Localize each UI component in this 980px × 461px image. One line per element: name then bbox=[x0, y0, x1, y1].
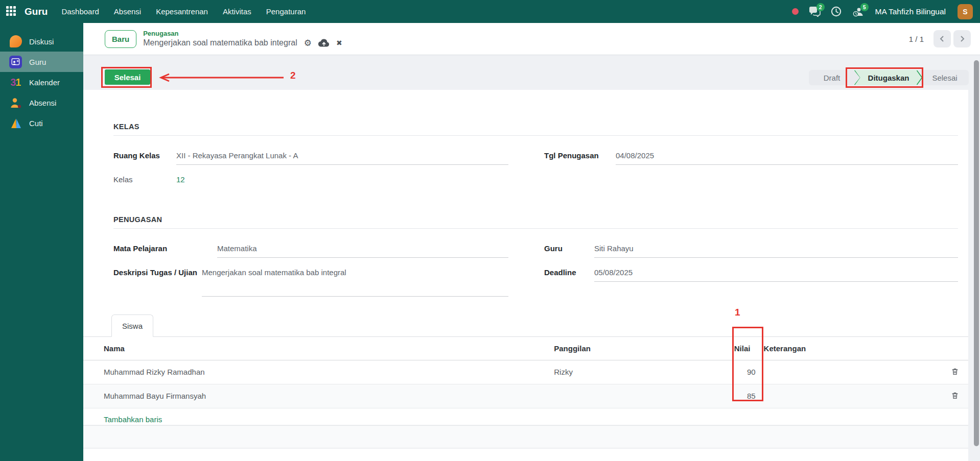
app-sidebar: Diskusi Guru 31 Kalender Absensi Cuti bbox=[0, 23, 83, 461]
pager-previous-button[interactable] bbox=[934, 30, 951, 47]
cell-nilai[interactable]: 90 bbox=[730, 360, 760, 384]
menu-dashboard[interactable]: Dashboard bbox=[61, 7, 99, 16]
delete-row-button[interactable] bbox=[950, 366, 960, 378]
cell-keterangan[interactable] bbox=[760, 384, 942, 408]
activity-icon[interactable]: 5 bbox=[852, 6, 865, 18]
chevron-left-icon bbox=[939, 35, 946, 42]
discard-close-icon[interactable]: ✖ bbox=[336, 39, 342, 46]
top-navbar: Guru Dashboard Absensi Kepesantrenan Akt… bbox=[0, 0, 980, 23]
column-header-nilai[interactable]: Nilai bbox=[730, 337, 760, 360]
form-action-band: Selesai Draft Ditugaskan Selesai bbox=[83, 55, 980, 90]
apps-grid-icon[interactable] bbox=[6, 6, 17, 17]
column-header-actions bbox=[941, 337, 968, 360]
diskusi-app-icon bbox=[9, 35, 22, 48]
cell-nama[interactable]: Muhammad Rizky Ramadhan bbox=[83, 360, 550, 384]
cell-nama[interactable]: Muhammad Bayu Firmansyah bbox=[83, 384, 550, 408]
statusbar: Draft Ditugaskan Selesai bbox=[809, 70, 969, 85]
sidebar-item-label: Diskusi bbox=[29, 37, 54, 46]
cuti-app-icon bbox=[9, 116, 22, 130]
field-guru: Guru Siti Rahayu bbox=[544, 240, 958, 262]
sidebar-item-label: Cuti bbox=[29, 119, 43, 128]
record-title: Mengerjakan soal matematika bab integral bbox=[143, 38, 297, 48]
table-row[interactable]: Muhammad Rizky Ramadhan Rizky 90 bbox=[83, 360, 968, 384]
odoo-guru-app-window: Guru Dashboard Absensi Kepesantrenan Akt… bbox=[0, 0, 980, 461]
column-header-nama[interactable]: Nama bbox=[83, 337, 550, 360]
user-avatar[interactable]: S bbox=[958, 4, 973, 19]
sidebar-item-absensi[interactable]: Absensi bbox=[0, 92, 83, 113]
ruang-kelas-input[interactable]: XII - Rekayasa Perangkat Lunak - A bbox=[176, 147, 508, 165]
mata-pelajaran-input[interactable]: Matematika bbox=[217, 240, 508, 258]
current-app-name[interactable]: Guru bbox=[25, 6, 48, 17]
tab-strip: Siswa bbox=[83, 311, 968, 337]
menu-aktivitas[interactable]: Aktivitas bbox=[223, 7, 251, 16]
menu-pengaturan[interactable]: Pengaturan bbox=[266, 7, 306, 16]
tgl-penugasan-input[interactable]: 04/08/2025 bbox=[616, 147, 958, 165]
chatter-strip bbox=[83, 425, 968, 448]
siswa-table: Nama Panggilan Nilai Keterangan Muhammad… bbox=[83, 337, 968, 431]
kalender-app-icon: 31 bbox=[9, 76, 22, 89]
status-draft[interactable]: Draft bbox=[810, 70, 854, 85]
status-ditugaskan-active[interactable]: Ditugaskan bbox=[854, 70, 923, 85]
section-divider bbox=[113, 135, 958, 136]
table-row[interactable]: Muhammad Bayu Firmansyah 85 bbox=[83, 384, 968, 408]
column-header-panggilan[interactable]: Panggilan bbox=[550, 337, 730, 360]
activity-badge: 5 bbox=[860, 3, 869, 11]
cloud-save-icon[interactable] bbox=[318, 39, 330, 47]
pager-next-button[interactable] bbox=[953, 30, 971, 47]
breadcrumb: Penugasan Mengerjakan soal matematika ba… bbox=[143, 30, 342, 48]
kelas-value-link[interactable]: 12 bbox=[176, 171, 185, 188]
form-sheet: KELAS Ruang Kelas XII - Rekayasa Perangk… bbox=[83, 90, 968, 425]
field-mata-pelajaran: Mata Pelajaran Matematika bbox=[113, 240, 508, 262]
field-label: Deskripsi Tugas / Ujian bbox=[113, 264, 202, 277]
absensi-app-icon bbox=[9, 96, 22, 110]
menu-absensi[interactable]: Absensi bbox=[114, 7, 141, 16]
deskripsi-textarea[interactable]: Mengerjakan soal matematika bab integral bbox=[202, 264, 508, 297]
notebook: Siswa Nama Panggilan Nilai Keterangan Mu… bbox=[83, 311, 968, 431]
cell-keterangan[interactable] bbox=[760, 360, 942, 384]
mark-done-button[interactable]: Selesai bbox=[105, 69, 150, 85]
field-tgl-penugasan: Tgl Penugasan 04/08/2025 bbox=[544, 147, 958, 169]
cell-panggilan[interactable] bbox=[550, 384, 730, 408]
record-pager: 1 / 1 bbox=[909, 30, 971, 47]
trash-icon bbox=[951, 394, 959, 401]
new-record-button[interactable]: Baru bbox=[105, 30, 136, 48]
guru-input[interactable]: Siti Rahayu bbox=[594, 240, 958, 258]
sidebar-item-label: Guru bbox=[29, 58, 46, 66]
field-label: Kelas bbox=[113, 171, 176, 184]
field-label: Ruang Kelas bbox=[113, 147, 176, 160]
field-label: Tgl Penugasan bbox=[544, 147, 616, 160]
field-label: Deadline bbox=[544, 264, 594, 277]
status-selesai[interactable]: Selesai bbox=[923, 70, 966, 85]
field-ruang-kelas: Ruang Kelas XII - Rekayasa Perangkat Lun… bbox=[113, 147, 508, 169]
status-active-label: Ditugaskan bbox=[868, 74, 909, 82]
delete-row-button[interactable] bbox=[950, 390, 960, 402]
table-header-row: Nama Panggilan Nilai Keterangan bbox=[83, 337, 968, 360]
sidebar-item-label: Kalender bbox=[29, 78, 60, 87]
cell-panggilan[interactable]: Rizky bbox=[550, 360, 730, 384]
chevron-right-icon bbox=[959, 35, 966, 42]
sidebar-item-kalender[interactable]: 31 Kalender bbox=[0, 72, 83, 92]
status-chevron-icon bbox=[854, 70, 861, 85]
menu-kepesantrenan[interactable]: Kepesantrenan bbox=[156, 7, 208, 16]
section-heading-kelas: KELAS bbox=[113, 123, 958, 131]
section-heading-penugasan: PENUGASAN bbox=[113, 215, 958, 224]
messages-icon[interactable]: 2 bbox=[808, 6, 821, 18]
gear-icon[interactable]: ⚙ bbox=[304, 39, 312, 47]
sidebar-item-label: Absensi bbox=[29, 99, 56, 107]
company-name[interactable]: MA Tahfizh Bilingual bbox=[875, 7, 946, 16]
clock-icon[interactable] bbox=[830, 6, 843, 18]
chatter-area bbox=[83, 449, 968, 461]
field-deskripsi: Deskripsi Tugas / Ujian Mengerjakan soal… bbox=[113, 264, 508, 297]
sidebar-item-guru[interactable]: Guru bbox=[0, 52, 83, 72]
deadline-input[interactable]: 05/08/2025 bbox=[594, 264, 958, 282]
cell-nilai[interactable]: 85 bbox=[730, 384, 760, 408]
top-menu-list: Dashboard Absensi Kepesantrenan Aktivita… bbox=[61, 7, 306, 16]
sidebar-item-cuti[interactable]: Cuti bbox=[0, 113, 83, 133]
field-kelas: Kelas 12 bbox=[113, 171, 508, 193]
sidebar-item-diskusi[interactable]: Diskusi bbox=[0, 31, 83, 52]
breadcrumb-parent-link[interactable]: Penugasan bbox=[143, 30, 342, 38]
field-deadline: Deadline 05/08/2025 bbox=[544, 264, 958, 286]
tab-siswa[interactable]: Siswa bbox=[111, 314, 153, 337]
vertical-scrollbar[interactable] bbox=[974, 60, 979, 446]
column-header-keterangan[interactable]: Keterangan bbox=[760, 337, 942, 360]
